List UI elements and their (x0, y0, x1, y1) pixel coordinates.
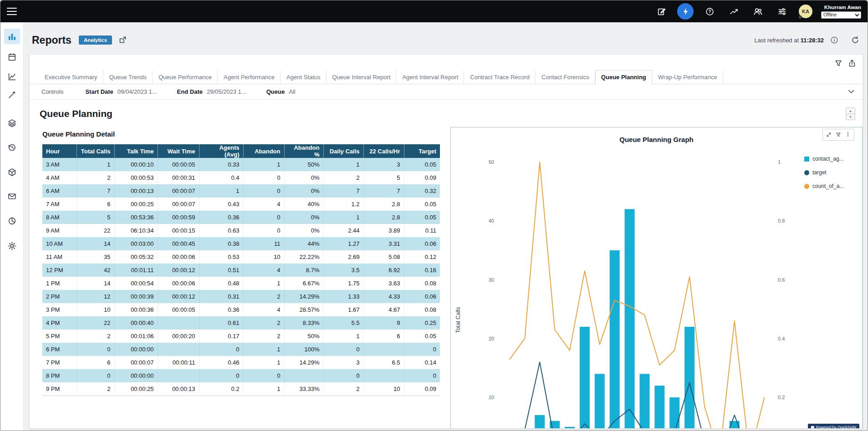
table-cell: 00:00:59 (158, 211, 199, 224)
info-icon[interactable] (830, 36, 838, 44)
table-cell: 50% (284, 158, 323, 171)
refresh-icon[interactable] (851, 36, 859, 44)
lightning-icon[interactable] (681, 7, 690, 16)
tab-queue-planning[interactable]: Queue Planning (595, 70, 652, 84)
legend-item-contact-ag[interactable]: contact_ag... (804, 156, 844, 162)
tab-contact-forensics[interactable]: Contact Forensics (536, 70, 595, 84)
table-cell: 4.33 (363, 290, 404, 303)
sidebar-item-tools[interactable] (4, 87, 20, 102)
right-axis-tick: 0.4 (778, 336, 785, 341)
table-cell: 00:53:36 (114, 211, 158, 224)
column-header-total-calls[interactable]: Total Calls (77, 144, 114, 158)
legend-label: target (812, 169, 827, 176)
table-cell: 12 (77, 290, 114, 303)
tab-executive-summary[interactable]: Executive Summary (39, 70, 103, 84)
control-value[interactable]: All (289, 88, 295, 95)
analytics-badge[interactable]: Analytics (79, 35, 112, 45)
table-cell: 0.48 (199, 277, 243, 290)
control-end-date[interactable]: End Date29/05/2023 1... (177, 88, 246, 95)
scroll-down-button[interactable]: ▾ (846, 114, 855, 120)
sidebar-item-schedule[interactable] (4, 49, 20, 65)
legend-item-count-of-a[interactable]: count_of_a... (804, 183, 844, 189)
table-cell: 6 (77, 198, 114, 211)
queue-planning-table: HourTotal CallsTalk TimeWait TimeAgents … (42, 144, 440, 396)
tab-agent-interval-report[interactable]: Agent Interval Report (396, 70, 464, 84)
table-cell: 0.05 (404, 158, 440, 171)
tab-agent-status[interactable]: Agent Status (281, 70, 326, 84)
table-cell: 0.61 (199, 316, 243, 330)
table-cell: 22.22% (284, 250, 323, 264)
column-header-wait-time[interactable]: Wait Time (158, 144, 199, 158)
sidebar-item-analytics[interactable] (4, 69, 20, 84)
column-header-talk-time[interactable]: Talk Time (114, 144, 158, 158)
control-value[interactable]: 29/05/2023 1... (207, 88, 246, 95)
combo-chart[interactable]: 10203040500.20.40.60.81Total Calls (451, 127, 863, 429)
table-cell: 6.5 (363, 356, 404, 369)
bar-9-am[interactable] (580, 327, 590, 429)
table-cell: 00:00:07 (158, 198, 199, 211)
help-icon[interactable]: ? (705, 7, 714, 16)
column-header-daily-calls[interactable]: Daily Calls (323, 144, 363, 158)
scroll-up-button[interactable]: ▴ (846, 108, 855, 114)
table-cell: 00:00:12 (158, 264, 199, 277)
expand-icon[interactable] (826, 132, 832, 137)
legend-label: count_of_a... (812, 183, 844, 189)
sidebar-item-package[interactable] (4, 164, 20, 180)
column-header-target[interactable]: Target (404, 144, 440, 158)
bar-10-am[interactable] (595, 374, 605, 429)
control-value[interactable]: 09/04/2023 1... (117, 88, 157, 95)
bar-3-pm[interactable] (669, 397, 679, 429)
bar-6-am[interactable] (535, 415, 545, 429)
trend-icon[interactable] (729, 7, 738, 16)
tab-bar: Executive SummaryQueue TrendsQueue Perfo… (30, 70, 863, 84)
chevron-down-icon[interactable] (848, 90, 854, 94)
external-link-icon[interactable] (118, 36, 127, 44)
line-count-of-a[interactable] (510, 162, 764, 429)
tab-agent-performance[interactable]: Agent Performance (218, 70, 281, 84)
tab-queue-trends[interactable]: Queue Trends (103, 70, 153, 84)
control-start-date[interactable]: Start Date09/04/2023 1... (85, 88, 157, 95)
page-title: Reports (32, 34, 71, 46)
sidebar-item-usage[interactable] (4, 213, 20, 228)
column-header-hour[interactable]: Hour (42, 144, 77, 158)
column-header-abandon[interactable]: Abandon (243, 144, 284, 158)
left-axis-tick: 50 (489, 159, 494, 165)
tab-wrap-up-performance[interactable]: Wrap-Up Performance (652, 70, 723, 84)
column-header-agents-avg[interactable]: Agents (Avg) (199, 144, 243, 158)
tab-queue-interval-report[interactable]: Queue Interval Report (327, 70, 397, 84)
column-header-abandon[interactable]: Abandon % (284, 144, 323, 158)
export-icon[interactable] (848, 59, 856, 67)
sidebar-item-layers[interactable] (4, 115, 20, 131)
column-header-22-calls-hr[interactable]: 22 Calls/Hr (363, 144, 404, 158)
kebab-menu-icon[interactable] (845, 131, 851, 139)
powered-by-badge[interactable]: Powered by QuickSight (808, 424, 859, 429)
filter-icon[interactable] (836, 132, 841, 137)
legend-item-target[interactable]: target (804, 169, 844, 176)
page-header: Reports Analytics Last refreshed at 11:2… (24, 22, 868, 51)
bar-2-pm[interactable] (654, 385, 664, 429)
control-queue[interactable]: QueueAll (266, 88, 296, 95)
presence-select[interactable]: Offline (821, 11, 861, 19)
table-cell: 0.36 (199, 211, 243, 224)
sidebar-item-reports[interactable] (4, 29, 20, 44)
bar-8-am[interactable] (565, 427, 575, 429)
sidebar-item-mail[interactable] (4, 188, 20, 204)
table-cell: 4 (243, 264, 284, 277)
users-icon[interactable] (753, 7, 762, 16)
sidebar-item-settings[interactable] (4, 238, 20, 254)
table-cell: 0 (243, 211, 284, 224)
bar-4-pm[interactable] (684, 327, 694, 429)
table-row-4-pm: 4 PM2200:00:400.6128.33%5.590.25 (42, 316, 440, 330)
tab-queue-performance[interactable]: Queue Performance (153, 70, 218, 84)
sidebar-item-history[interactable] (4, 139, 20, 155)
sliders-icon[interactable] (777, 7, 786, 16)
filter-icon[interactable] (834, 59, 842, 67)
bar-11-am[interactable] (610, 250, 620, 429)
tab-contract-trace-record[interactable]: Contract Trace Record (464, 70, 536, 84)
compose-icon[interactable] (657, 7, 666, 16)
hamburger-menu-icon[interactable] (7, 8, 17, 15)
bar-12-pm[interactable] (625, 209, 635, 429)
legend-label: contact_ag... (812, 156, 844, 162)
table-cell: 00:00:05 (158, 303, 199, 316)
bar-1-pm[interactable] (639, 374, 649, 429)
